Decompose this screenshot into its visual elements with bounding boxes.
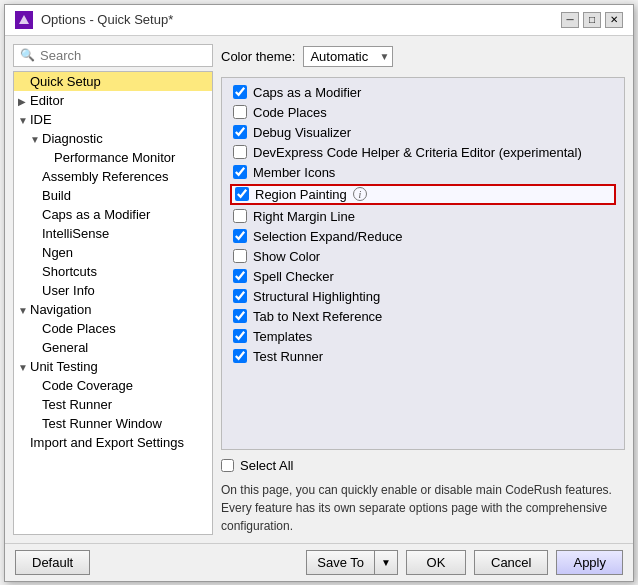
- feature-checkbox-show-color[interactable]: [233, 249, 247, 263]
- save-to-button[interactable]: Save To: [306, 550, 374, 575]
- feature-checkbox-devexpress[interactable]: [233, 145, 247, 159]
- feature-label-region-painting: Region Painting: [255, 187, 347, 202]
- save-to-split-button: Save To ▼: [306, 550, 398, 575]
- tree-item[interactable]: Assembly References: [14, 167, 212, 186]
- ok-button[interactable]: OK: [406, 550, 466, 575]
- feature-checkbox-selection-expand[interactable]: [233, 229, 247, 243]
- minimize-button[interactable]: ─: [561, 12, 579, 28]
- tree-item[interactable]: Ngen: [14, 243, 212, 262]
- features-box: Caps as a ModifierCode PlacesDebug Visua…: [221, 77, 625, 450]
- feature-label-test-runner: Test Runner: [253, 349, 323, 364]
- feature-label-devexpress: DevExpress Code Helper & Criteria Editor…: [253, 145, 582, 160]
- bottom-bar: Default Save To ▼ OK Cancel Apply: [5, 543, 633, 581]
- feature-label-structural: Structural Highlighting: [253, 289, 380, 304]
- tree-arrow-icon: ▼: [18, 362, 30, 373]
- bottom-left-buttons: Default: [15, 550, 90, 575]
- tree-item[interactable]: General: [14, 338, 212, 357]
- svg-marker-0: [19, 15, 29, 24]
- default-button[interactable]: Default: [15, 550, 90, 575]
- feature-item: Structural Highlighting: [230, 288, 616, 305]
- feature-checkbox-right-margin[interactable]: [233, 209, 247, 223]
- feature-label-spell-checker: Spell Checker: [253, 269, 334, 284]
- tree-item[interactable]: ▼IDE: [14, 110, 212, 129]
- tree-item[interactable]: Test Runner: [14, 395, 212, 414]
- search-input[interactable]: [40, 48, 206, 63]
- tree-item[interactable]: Performance Monitor: [14, 148, 212, 167]
- feature-item: Region Paintingi: [230, 184, 616, 205]
- feature-label-caps: Caps as a Modifier: [253, 85, 361, 100]
- dialog-body: 🔍 Quick Setup▶Editor▼IDE▼DiagnosticPerfo…: [5, 36, 633, 543]
- tree-item[interactable]: Code Coverage: [14, 376, 212, 395]
- save-to-dropdown-arrow[interactable]: ▼: [374, 550, 398, 575]
- feature-label-right-margin: Right Margin Line: [253, 209, 355, 224]
- feature-item: Spell Checker: [230, 268, 616, 285]
- close-button[interactable]: ✕: [605, 12, 623, 28]
- feature-item: DevExpress Code Helper & Criteria Editor…: [230, 144, 616, 161]
- feature-checkbox-spell-checker[interactable]: [233, 269, 247, 283]
- select-all-row: Select All: [221, 458, 625, 473]
- feature-label-templates: Templates: [253, 329, 312, 344]
- dialog-title: Options - Quick Setup*: [41, 12, 173, 27]
- feature-item: Code Places: [230, 104, 616, 121]
- feature-item: Right Margin Line: [230, 208, 616, 225]
- search-icon: 🔍: [20, 48, 35, 62]
- select-all-label[interactable]: Select All: [240, 458, 293, 473]
- feature-label-debug-viz: Debug Visualizer: [253, 125, 351, 140]
- tree-arrow-icon: ▼: [30, 134, 42, 145]
- search-box: 🔍: [13, 44, 213, 67]
- feature-item: Test Runner: [230, 348, 616, 365]
- feature-item: Tab to Next Reference: [230, 308, 616, 325]
- feature-label-member-icons: Member Icons: [253, 165, 335, 180]
- tree-arrow-icon: ▼: [18, 115, 30, 126]
- feature-checkbox-structural[interactable]: [233, 289, 247, 303]
- feature-label-show-color: Show Color: [253, 249, 320, 264]
- tree-item[interactable]: Test Runner Window: [14, 414, 212, 433]
- tree-arrow-icon: ▼: [18, 305, 30, 316]
- title-bar: Options - Quick Setup* ─ □ ✕: [5, 5, 633, 36]
- apply-button[interactable]: Apply: [556, 550, 623, 575]
- title-bar-controls: ─ □ ✕: [561, 12, 623, 28]
- select-all-checkbox[interactable]: [221, 459, 234, 472]
- right-panel: Color theme: Automatic Light Dark ▼ Caps…: [221, 44, 625, 535]
- feature-checkbox-tab-next[interactable]: [233, 309, 247, 323]
- bottom-right-buttons: Save To ▼ OK Cancel Apply: [306, 550, 623, 575]
- color-theme-select[interactable]: Automatic Light Dark: [303, 46, 393, 67]
- feature-label-tab-next: Tab to Next Reference: [253, 309, 382, 324]
- feature-checkbox-member-icons[interactable]: [233, 165, 247, 179]
- feature-checkbox-caps[interactable]: [233, 85, 247, 99]
- feature-checkbox-debug-viz[interactable]: [233, 125, 247, 139]
- tree-item[interactable]: Import and Export Settings: [14, 433, 212, 452]
- info-icon[interactable]: i: [353, 187, 367, 201]
- tree-item[interactable]: ▼Diagnostic: [14, 129, 212, 148]
- feature-checkbox-region-painting[interactable]: [235, 187, 249, 201]
- color-theme-select-wrapper: Automatic Light Dark ▼: [303, 46, 393, 67]
- maximize-button[interactable]: □: [583, 12, 601, 28]
- cancel-button[interactable]: Cancel: [474, 550, 548, 575]
- tree-item[interactable]: Build: [14, 186, 212, 205]
- tree-item[interactable]: ▶Editor: [14, 91, 212, 110]
- feature-item: Debug Visualizer: [230, 124, 616, 141]
- app-icon: [15, 11, 33, 29]
- feature-item: Caps as a Modifier: [230, 84, 616, 101]
- color-theme-label: Color theme:: [221, 49, 295, 64]
- feature-label-code-places: Code Places: [253, 105, 327, 120]
- feature-checkbox-code-places[interactable]: [233, 105, 247, 119]
- options-dialog: Options - Quick Setup* ─ □ ✕ 🔍 Quick Set…: [4, 4, 634, 582]
- tree-item[interactable]: Quick Setup: [14, 72, 212, 91]
- tree-item[interactable]: User Info: [14, 281, 212, 300]
- tree-item[interactable]: Caps as a Modifier: [14, 205, 212, 224]
- feature-item: Selection Expand/Reduce: [230, 228, 616, 245]
- tree-item[interactable]: IntelliSense: [14, 224, 212, 243]
- tree-item[interactable]: Code Places: [14, 319, 212, 338]
- tree-item[interactable]: Shortcuts: [14, 262, 212, 281]
- feature-checkbox-templates[interactable]: [233, 329, 247, 343]
- tree: Quick Setup▶Editor▼IDE▼DiagnosticPerform…: [13, 71, 213, 535]
- feature-checkbox-test-runner[interactable]: [233, 349, 247, 363]
- feature-item: Show Color: [230, 248, 616, 265]
- left-panel: 🔍 Quick Setup▶Editor▼IDE▼DiagnosticPerfo…: [13, 44, 213, 535]
- feature-item: Member Icons: [230, 164, 616, 181]
- description: On this page, you can quickly enable or …: [221, 481, 625, 535]
- tree-arrow-icon: ▶: [18, 96, 30, 107]
- tree-item[interactable]: ▼Navigation: [14, 300, 212, 319]
- tree-item[interactable]: ▼Unit Testing: [14, 357, 212, 376]
